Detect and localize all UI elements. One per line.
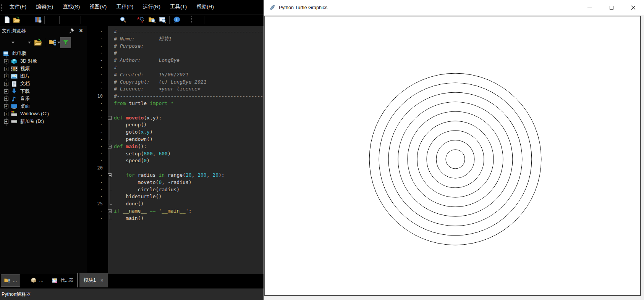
music-icon (11, 96, 18, 102)
menu-item-3[interactable]: 视图(V) (86, 2, 110, 12)
computer-icon (3, 51, 10, 57)
expand-plus-icon[interactable]: + (4, 112, 8, 116)
fold-line-icon (106, 150, 114, 158)
open-folder-icon[interactable] (34, 38, 42, 47)
dropdown-chevron-icon[interactable] (11, 42, 15, 44)
file-tree: 此电脑+3D 对象+视频+图片+文档+下载+音乐+桌面+Windows (C:)… (0, 50, 87, 274)
fold-box-icon[interactable] (106, 115, 114, 122)
code-lines: ·#--------------------------------------… (89, 28, 264, 222)
dropdown-chevron-icon[interactable] (28, 42, 31, 44)
turtle-circle (388, 92, 522, 226)
menu-item-4[interactable]: 工程(P) (113, 2, 137, 12)
gutter-marker: · (89, 186, 106, 194)
expand-plus-icon[interactable]: + (4, 119, 8, 124)
gutter-marker: · (89, 121, 106, 129)
expand-plus-icon[interactable]: + (4, 74, 8, 78)
search-window-icon[interactable] (159, 16, 167, 24)
minimize-button[interactable] (579, 0, 600, 15)
maximize-button[interactable] (600, 0, 622, 15)
menu-item-6[interactable]: 工具(T) (167, 2, 190, 12)
filter-button[interactable] (60, 37, 71, 48)
tab-file-browser[interactable]: … (1, 274, 20, 287)
tree-item-label: 下载 (20, 88, 30, 95)
menu-item-1[interactable]: 编辑(E) (32, 2, 57, 12)
tree-item-7[interactable]: +桌面 (0, 103, 87, 110)
menu-item-0[interactable]: 文件(F) (6, 2, 30, 12)
tree-item-6[interactable]: +音乐 (0, 95, 87, 103)
maximize-icon (610, 6, 613, 10)
replace-icon[interactable]: AB (137, 16, 144, 24)
search-in-files-icon[interactable] (148, 16, 156, 24)
turtle-circle (427, 131, 484, 188)
turtle-circle (379, 83, 532, 235)
expand-plus-icon[interactable]: + (4, 97, 8, 101)
turtle-title-bar[interactable]: Python Turtle Graphics (264, 0, 644, 15)
code-editor[interactable]: ·#--------------------------------------… (87, 26, 264, 274)
gutter-marker: - (89, 57, 106, 64)
tab-code-analyzer[interactable]: 代...器 (49, 274, 76, 287)
code-text: setup(800, 600) (114, 150, 264, 158)
download-icon (11, 88, 18, 94)
tree-item-3[interactable]: +图片 (0, 73, 87, 80)
tree-item-0[interactable]: 此电脑 (0, 50, 87, 58)
code-line-16: · pendown() (89, 136, 264, 143)
code-line-6: ·# (89, 64, 264, 71)
code-line-15: - goto(x,y) (89, 129, 264, 136)
code-text: # Author: LongBye (114, 57, 264, 64)
tree-item-8[interactable]: +Windows (C:) (0, 110, 87, 118)
new-file-icon[interactable] (3, 16, 11, 24)
expand-plus-icon[interactable]: + (4, 89, 8, 94)
gutter-marker: · (89, 107, 106, 115)
gutter-marker: · (89, 150, 106, 158)
fold-end-icon (106, 215, 114, 222)
expand-plus-icon[interactable]: + (4, 59, 8, 63)
tab-module1[interactable]: 模块1 × (79, 273, 108, 287)
bottom-tab-bar: … … 代...器 模块1 × (0, 273, 264, 288)
expand-plus-icon[interactable]: + (4, 82, 8, 86)
folder-tree-icon[interactable] (49, 38, 57, 47)
tab-close-icon[interactable]: × (100, 277, 104, 283)
screen: 文件(F)编辑(E)查找(S)视图(V)工程(P)运行(R)工具(T)帮助(H)… (0, 0, 644, 300)
gutter-marker: · (89, 208, 106, 215)
svg-text:A: A (137, 16, 140, 20)
open-file-icon[interactable] (13, 16, 20, 24)
expand-plus-icon[interactable]: + (4, 104, 8, 108)
fold-column (106, 71, 114, 79)
file-browser-header: 文件浏览器 × (0, 26, 87, 35)
tab-project[interactable]: … (28, 274, 46, 287)
panel-close-icon[interactable]: × (78, 27, 84, 34)
fold-box-icon[interactable] (106, 208, 114, 215)
tree-item-4[interactable]: +文档 (0, 80, 87, 88)
code-analyzer-tab-icon (52, 277, 58, 284)
close-button[interactable] (622, 0, 644, 15)
info-icon[interactable]: i (173, 16, 181, 24)
menu-item-2[interactable]: 查找(S) (59, 2, 83, 12)
tree-item-2[interactable]: +视频 (0, 65, 87, 73)
code-text: from turtle import * (114, 100, 264, 107)
tree-item-5[interactable]: +下载 (0, 87, 87, 95)
gutter-marker: · (89, 100, 106, 107)
library-icon[interactable] (34, 16, 42, 24)
code-line-18: · setup(800, 600) (89, 150, 264, 158)
tree-item-1[interactable]: +3D 对象 (0, 58, 87, 65)
window-title: Python Turtle Graphics (279, 5, 327, 10)
gutter-marker: 20 (89, 165, 106, 172)
menu-item-7[interactable]: 帮助(H) (193, 2, 217, 12)
document-icon (11, 81, 18, 87)
code-text: penup() (114, 121, 264, 129)
code-text: #---------------------------------------… (114, 93, 264, 100)
search-icon[interactable] (119, 16, 127, 24)
toolbar-drag-handle[interactable] (1, 4, 2, 11)
fold-box-icon[interactable] (106, 143, 114, 150)
toolbar-drag-handle[interactable] (191, 16, 192, 24)
file-browser-tab-icon (4, 277, 11, 284)
pin-icon[interactable] (69, 28, 75, 34)
fold-boxc-icon[interactable] (106, 172, 114, 179)
fold-column (106, 28, 114, 35)
tree-item-9[interactable]: +新加卷 (D:) (0, 118, 87, 125)
fold-column (106, 43, 114, 50)
gutter-marker: · (89, 179, 106, 186)
menu-item-5[interactable]: 运行(R) (139, 2, 164, 12)
expand-plus-icon[interactable]: + (4, 67, 8, 71)
code-line-9: ·# Licence: <your licence> (89, 85, 264, 93)
